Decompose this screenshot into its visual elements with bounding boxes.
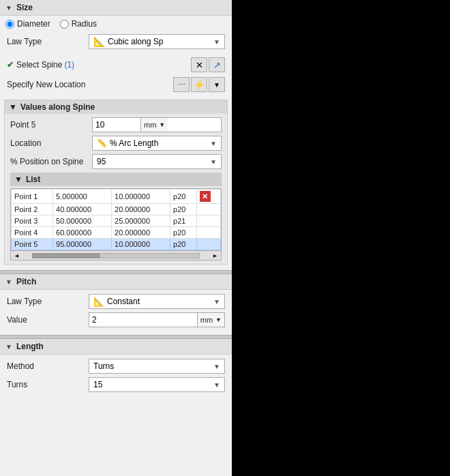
left-panel: ▼ Size Diameter Radius Law Type 📐 Cubic …	[0, 0, 232, 476]
point-unit-label: mm	[144, 121, 156, 129]
point-input[interactable]	[93, 120, 140, 130]
row3-empty	[196, 215, 220, 227]
point-row: Point 5 mm ▼	[10, 117, 222, 132]
position-arrow-icon: ▼	[210, 158, 217, 166]
pitch-unit-arrow: ▼	[215, 316, 222, 323]
table-row[interactable]: Point 3 50.000000 25.000000 p21	[12, 215, 221, 227]
pitch-law-type-dropdown[interactable]: 📐 Constant ▼	[89, 294, 225, 309]
table-row-selected[interactable]: Point 5 95.000000 10.000000 p20	[12, 239, 221, 250]
length-section-header[interactable]: ▼ Length	[0, 339, 232, 355]
location-value: % Arc Length	[110, 138, 158, 148]
scroll-right-icon[interactable]: ►	[211, 252, 220, 259]
row1-val: 10.000000	[112, 190, 170, 204]
method-dropdown[interactable]: Turns ▼	[89, 359, 225, 374]
row2-point: Point 2	[12, 204, 53, 215]
clear-spine-button[interactable]: ✕	[191, 57, 207, 72]
location-row: Location 📏 % Arc Length ▼	[10, 136, 222, 151]
specify-toolbar: ⋯ ⚡ ▼	[173, 77, 225, 92]
point-button[interactable]: ⋯	[173, 77, 190, 92]
select-spine-label: Select Spine	[16, 60, 62, 70]
diameter-radio[interactable]	[5, 20, 14, 29]
table-row[interactable]: Point 4 60.000000 20.000000 p20	[12, 227, 221, 239]
pitch-section-body: Law Type 📐 Constant ▼ Value mm ▼	[0, 290, 232, 335]
law-type-icon: 📐	[93, 36, 105, 47]
row5-param: p20	[170, 239, 197, 250]
checkmark-icon: ✔	[7, 60, 14, 70]
table-wrapper: Point 1 5.000000 10.000000 p20 ✕ Poi	[10, 188, 222, 261]
data-table: Point 1 5.000000 10.000000 p20 ✕ Poi	[11, 189, 221, 250]
law-type-dropdown[interactable]: 📐 Cubic along Sp ▼	[89, 34, 225, 49]
row2-param: p20	[170, 204, 197, 215]
turns-label: Turns	[7, 380, 89, 389]
pitch-section-title: Pitch	[16, 277, 36, 286]
row1-param: p20	[170, 190, 197, 204]
more-button[interactable]: ▼	[209, 77, 225, 92]
pitch-unit-dropdown[interactable]: mm ▼	[197, 313, 224, 327]
pitch-value-row: Value mm ▼	[7, 312, 225, 327]
size-section-header[interactable]: ▼ Size	[0, 0, 232, 16]
law-type-arrow-icon: ▼	[213, 38, 220, 46]
values-sub-section-header[interactable]: ▼ Values along Spine	[5, 100, 227, 114]
location-dropdown[interactable]: 📏 % Arc Length ▼	[92, 136, 222, 151]
pitch-value-label: Value	[7, 315, 89, 325]
row5-point: Point 5	[12, 239, 53, 250]
list-sub-header[interactable]: ▼ List	[10, 173, 222, 186]
table-scroll[interactable]: Point 1 5.000000 10.000000 p20 ✕ Poi	[11, 189, 221, 250]
row5-val: 10.000000	[112, 239, 170, 250]
size-arrow-icon: ▼	[5, 4, 12, 12]
location-icon: 📏	[97, 138, 107, 148]
row2-empty	[196, 204, 220, 215]
pitch-unit-label: mm	[200, 316, 213, 324]
radius-radio-item[interactable]: Radius	[60, 19, 97, 29]
values-sub-section-container: ▼ Values along Spine Point 5 mm ▼	[0, 94, 232, 270]
law-type-label: Law Type	[7, 37, 89, 46]
row4-empty	[196, 227, 220, 239]
pitch-law-type-value: Constant	[107, 297, 140, 306]
length-section-title: Length	[16, 342, 44, 351]
position-dropdown[interactable]: 95 ▼	[92, 154, 222, 169]
turns-row: Turns 15 ▼	[7, 377, 225, 392]
pitch-section-header[interactable]: ▼ Pitch	[0, 274, 232, 290]
list-arrow-icon: ▼	[14, 175, 22, 184]
table-row[interactable]: Point 1 5.000000 10.000000 p20 ✕	[12, 190, 221, 204]
specify-location-label: Specify New Location	[7, 80, 85, 89]
diameter-radio-item[interactable]: Diameter	[5, 19, 50, 29]
values-sub-section-title: Values along Spine	[20, 102, 95, 112]
values-sub-section: ▼ Values along Spine Point 5 mm ▼	[4, 100, 228, 265]
pitch-value-input[interactable]	[89, 315, 197, 325]
row5-pos: 95.000000	[53, 239, 112, 250]
radius-radio[interactable]	[60, 20, 69, 29]
select-spine-button[interactable]: ↗	[209, 57, 225, 72]
point-unit-arrow: ▼	[159, 121, 165, 128]
pitch-arrow-icon: ▼	[5, 278, 12, 286]
turns-arrow-icon: ▼	[213, 381, 220, 389]
row1-delete-cell: ✕	[196, 190, 220, 204]
row1-point: Point 1	[12, 190, 53, 204]
specify-location-row: Specify New Location ⋯ ⚡ ▼	[0, 75, 232, 94]
point-input-field: mm ▼	[92, 117, 222, 132]
length-arrow-icon: ▼	[5, 343, 12, 351]
turns-dropdown[interactable]: 15 ▼	[89, 377, 225, 392]
scroll-left-icon[interactable]: ◄	[12, 252, 21, 259]
hscroll-thumb[interactable]	[33, 254, 100, 258]
row4-point: Point 4	[12, 227, 53, 239]
row4-val: 20.000000	[112, 227, 170, 239]
row1-delete-button[interactable]: ✕	[200, 191, 211, 202]
row4-pos: 60.000000	[53, 227, 112, 239]
method-arrow-icon: ▼	[213, 363, 220, 370]
size-section-title: Size	[16, 3, 33, 12]
row3-val: 25.000000	[112, 215, 170, 227]
values-arrow-icon: ▼	[9, 102, 17, 112]
table-hscroll[interactable]: ◄ ►	[11, 250, 221, 260]
flash-button[interactable]: ⚡	[191, 77, 207, 92]
row3-param: p21	[170, 215, 197, 227]
hscroll-track[interactable]	[32, 253, 200, 258]
table-row[interactable]: Point 2 40.000000 20.000000 p20	[12, 204, 221, 215]
list-label: List	[26, 175, 40, 184]
point-unit-dropdown[interactable]: mm ▼	[140, 118, 168, 132]
method-label: Method	[7, 361, 89, 371]
row1-pos: 5.000000	[53, 190, 112, 204]
method-value: Turns	[93, 361, 114, 371]
position-label: % Position on Spine	[10, 157, 92, 166]
spine-toolbar: ✕ ↗	[191, 57, 225, 72]
